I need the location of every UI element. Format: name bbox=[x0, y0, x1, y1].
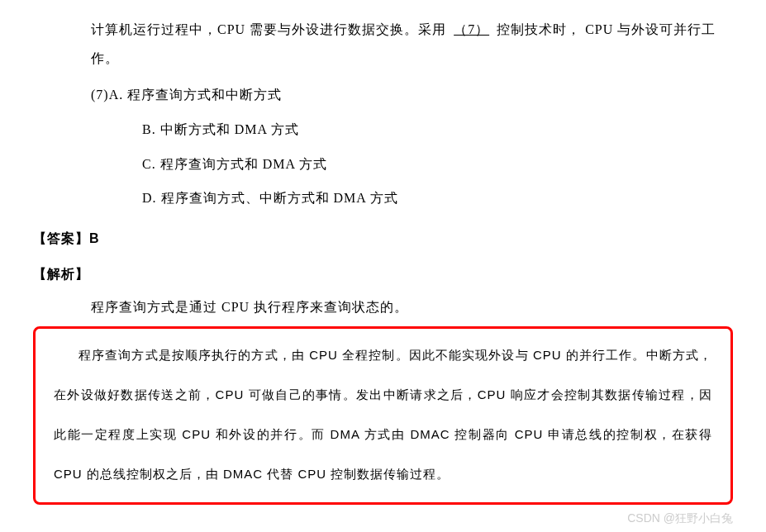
blank-placeholder: （7） bbox=[450, 22, 492, 36]
highlight-text: 程序查询方式是按顺序执行的方式，由 CPU 全程控制。因此不能实现外设与 CPU… bbox=[54, 335, 712, 494]
option-d: D. 程序查询方式、中断方式和 DMA 方式 bbox=[142, 181, 733, 216]
option-a: (7)A. 程序查询方式和中断方式 bbox=[91, 78, 733, 112]
option-c: C. 程序查询方式和 DMA 方式 bbox=[142, 147, 733, 182]
highlight-box: 程序查询方式是按顺序执行的方式，由 CPU 全程控制。因此不能实现外设与 CPU… bbox=[33, 326, 733, 505]
explanation-line1: 程序查询方式是通过 CPU 执行程序来查询状态的。 bbox=[91, 292, 733, 323]
watermark: CSDN @狂野小白兔 bbox=[627, 509, 733, 527]
option-b: B. 中断方式和 DMA 方式 bbox=[142, 112, 733, 147]
explanation-label: 【解析】 bbox=[33, 259, 733, 290]
answer-label: 【答案】B bbox=[33, 224, 733, 254]
options-block: (7)A. 程序查询方式和中断方式 B. 中断方式和 DMA 方式 C. 程序查… bbox=[91, 78, 733, 215]
question-intro: 计算机运行过程中，CPU 需要与外设进行数据交换。采用 （7） 控制技术时， C… bbox=[91, 15, 733, 73]
intro-part1: 计算机运行过程中，CPU 需要与外设进行数据交换。采用 bbox=[91, 22, 446, 36]
